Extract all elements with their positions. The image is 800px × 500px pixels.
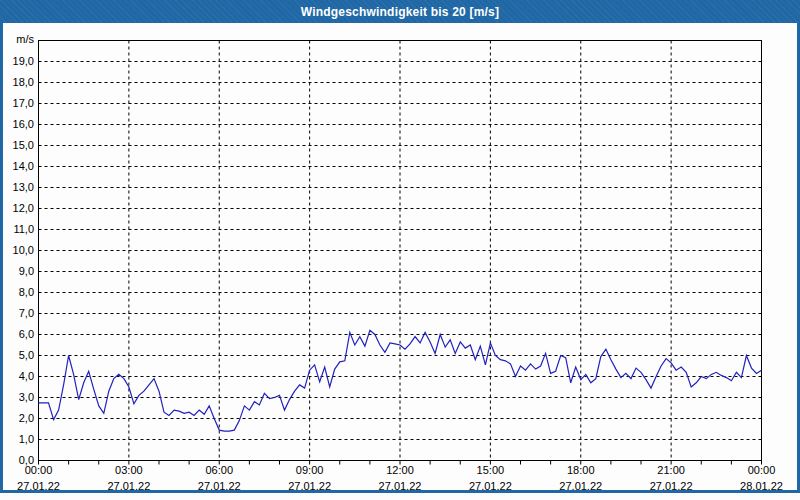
x-tick-date-label: 27.01.22 xyxy=(650,480,693,492)
x-tick-time-label: 12:00 xyxy=(386,464,414,476)
y-tick-label: 3,0 xyxy=(0,391,34,404)
page-title: Windgeschwindigkeit bis 20 [m/s] xyxy=(301,5,499,19)
y-tick-label: 18,0 xyxy=(0,76,34,89)
y-tick-label: 15,0 xyxy=(0,139,34,152)
x-tick-date-label: 27.01.22 xyxy=(107,480,150,492)
y-tick-label: 7,0 xyxy=(0,307,34,320)
x-tick-time-label: 21:00 xyxy=(657,464,685,476)
wind-speed-line xyxy=(39,330,762,431)
y-tick-label: 9,0 xyxy=(0,265,34,278)
y-tick-label: 2,0 xyxy=(0,412,34,425)
y-tick-label: 16,0 xyxy=(0,118,34,131)
x-tick-date-label: 27.01.22 xyxy=(198,480,241,492)
x-tick-date-label: 27.01.22 xyxy=(469,480,512,492)
y-tick-label: 8,0 xyxy=(0,286,34,299)
x-tick-date-label: 27.01.22 xyxy=(379,480,422,492)
wind-speed-chart xyxy=(38,40,763,467)
x-tick-date-label: 27.01.22 xyxy=(559,480,602,492)
x-tick-time-label: 00:00 xyxy=(25,464,53,476)
y-tick-label: 14,0 xyxy=(0,160,34,173)
title-bar: Windgeschwindigkeit bis 20 [m/s] xyxy=(0,0,800,23)
y-tick-label: 13,0 xyxy=(0,181,34,194)
x-tick-date-label: 27.01.22 xyxy=(288,480,331,492)
y-tick-label: 12,0 xyxy=(0,202,34,215)
x-tick-time-label: 06:00 xyxy=(205,464,233,476)
y-tick-label: 6,0 xyxy=(0,328,34,341)
x-tick-time-label: 09:00 xyxy=(296,464,324,476)
y-tick-label: 5,0 xyxy=(0,349,34,362)
y-tick-label: 4,0 xyxy=(0,370,34,383)
weather-chart-page: Windgeschwindigkeit bis 20 [m/s] m/s 0,0… xyxy=(0,0,800,500)
x-tick-date-label: 27.01.22 xyxy=(17,480,60,492)
y-tick-label: 10,0 xyxy=(0,244,34,257)
y-tick-label: 11,0 xyxy=(0,223,34,236)
y-tick-label: 17,0 xyxy=(0,97,34,110)
x-tick-time-label: 18:00 xyxy=(567,464,595,476)
x-tick-time-label: 03:00 xyxy=(115,464,143,476)
y-tick-label: 1,0 xyxy=(0,433,34,446)
y-axis-unit-label: m/s xyxy=(0,33,34,46)
x-tick-date-label: 28.01.22 xyxy=(740,480,783,492)
y-tick-label: 19,0 xyxy=(0,55,34,68)
x-tick-time-label: 00:00 xyxy=(748,464,776,476)
x-tick-time-label: 15:00 xyxy=(477,464,505,476)
